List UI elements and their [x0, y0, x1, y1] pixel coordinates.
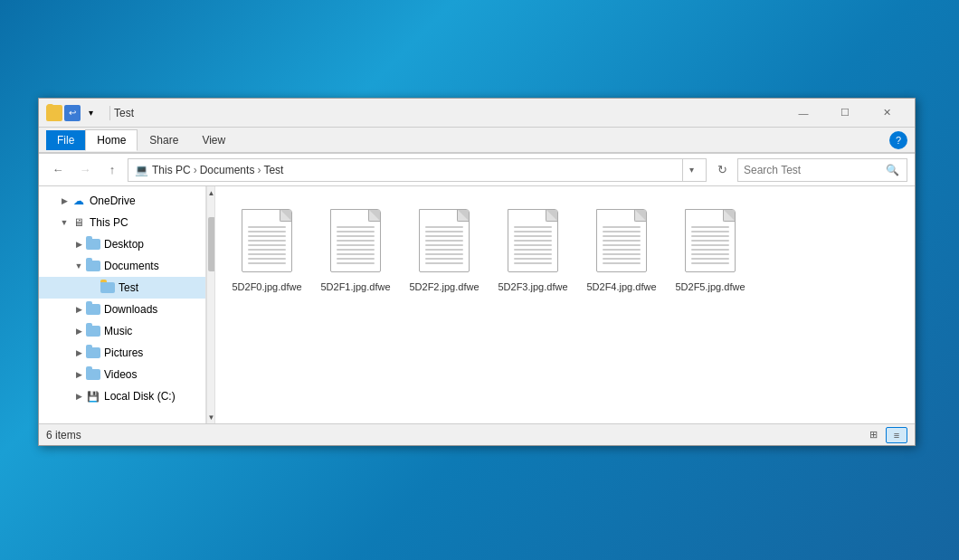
breadcrumb-test[interactable]: Test	[263, 164, 283, 176]
expand-local-disk[interactable]: ▶	[71, 385, 86, 407]
file-item-2[interactable]: 5D2F2.jpg.dfwe	[404, 197, 485, 297]
file-icon-5	[681, 204, 739, 277]
expand-videos[interactable]: ▶	[71, 364, 86, 385]
scroll-down-arrow[interactable]: ▼	[207, 411, 216, 423]
scroll-thumb[interactable]	[208, 217, 215, 271]
breadcrumb-documents[interactable]: Documents	[200, 164, 255, 176]
file-lines-1	[337, 226, 375, 267]
file-line	[337, 235, 375, 237]
file-item-0[interactable]: 5D2F0.jpg.dfwe	[226, 197, 308, 297]
quick-access-btn-2[interactable]: ↩	[64, 105, 81, 121]
navigation-bar: ← → ↑ 💻 This PC › Documents › Test ▾ ↻ 🔍	[39, 154, 915, 186]
tab-share[interactable]: Share	[138, 129, 190, 151]
file-line	[603, 258, 641, 260]
file-line	[603, 231, 641, 233]
sidebar-scrollbar[interactable]: ▲ ▼	[206, 186, 215, 423]
sidebar-label-onedrive: OneDrive	[90, 195, 136, 207]
sidebar-item-test[interactable]: ▶ Test	[39, 277, 205, 299]
breadcrumb-sep-1: ›	[194, 164, 197, 176]
file-line	[603, 240, 641, 242]
expand-downloads[interactable]: ▶	[71, 299, 86, 320]
expand-this-pc[interactable]: ▼	[57, 212, 71, 233]
forward-button[interactable]: →	[73, 158, 97, 182]
drive-icon: 💾	[86, 389, 100, 403]
sidebar-label-this-pc: This PC	[90, 216, 128, 229]
file-item-5[interactable]: 5D2F5.jpg.dfwe	[669, 197, 751, 297]
folder-documents-icon	[86, 259, 100, 273]
sidebar-label-documents: Documents	[104, 260, 159, 272]
file-line	[248, 226, 286, 228]
file-line	[514, 244, 552, 246]
cloud-icon: ☁	[71, 194, 86, 208]
sidebar-item-onedrive[interactable]: ▶ ☁ OneDrive	[39, 190, 205, 212]
file-line	[248, 253, 286, 255]
file-line	[603, 249, 641, 251]
expand-documents[interactable]: ▼	[71, 255, 86, 277]
address-dropdown-button[interactable]: ▾	[682, 158, 700, 182]
search-icon[interactable]: 🔍	[883, 161, 901, 179]
file-item-4[interactable]: 5D2F4.jpg.dfwe	[581, 197, 662, 297]
refresh-button[interactable]: ↻	[710, 158, 734, 182]
details-view-button[interactable]: ≡	[886, 427, 907, 443]
file-lines-4	[603, 226, 641, 267]
search-box[interactable]: 🔍	[737, 158, 907, 182]
quick-access-btn-3[interactable]: ▾	[82, 105, 99, 121]
back-button[interactable]: ←	[46, 158, 70, 182]
expand-pictures[interactable]: ▶	[71, 342, 86, 364]
file-icon-4	[593, 204, 650, 277]
file-fold-5	[724, 210, 735, 221]
file-lines-0	[248, 226, 286, 267]
file-page-5	[685, 209, 736, 272]
pc-icon: 🖥	[71, 215, 86, 230]
file-name-5: 5D2F5.jpg.dfwe	[675, 280, 745, 293]
scroll-up-arrow[interactable]: ▲	[207, 186, 216, 199]
quick-access-btn-1[interactable]	[46, 105, 62, 121]
file-line	[248, 262, 286, 264]
file-line	[248, 231, 286, 233]
sidebar-item-desktop[interactable]: ▶ Desktop	[39, 233, 205, 255]
sidebar-item-local-disk[interactable]: ▶ 💾 Local Disk (C:)	[39, 385, 205, 407]
file-icon-2	[415, 204, 473, 277]
file-icon-1	[327, 204, 385, 277]
up-button[interactable]: ↑	[100, 158, 124, 182]
tab-file[interactable]: File	[46, 130, 85, 150]
file-fold-3	[546, 210, 557, 221]
search-input[interactable]	[744, 164, 883, 176]
file-line	[248, 258, 286, 260]
sidebar-item-this-pc[interactable]: ▼ 🖥 This PC	[39, 212, 205, 233]
file-line	[603, 244, 641, 246]
sidebar-item-downloads[interactable]: ▶ Downloads	[39, 299, 205, 320]
file-line	[691, 253, 729, 255]
sidebar-item-music[interactable]: ▶ Music	[39, 320, 205, 342]
expand-onedrive[interactable]: ▶	[57, 190, 71, 212]
file-page-2	[419, 209, 470, 272]
large-icons-view-button[interactable]: ⊞	[862, 427, 884, 443]
sidebar-item-videos[interactable]: ▶ Videos	[39, 364, 205, 385]
file-fold-0	[280, 210, 291, 221]
file-item-3[interactable]: 5D2F3.jpg.dfwe	[492, 197, 574, 297]
file-line	[514, 258, 552, 260]
file-fold-4	[635, 210, 646, 221]
file-lines-3	[514, 226, 552, 267]
minimize-button[interactable]: —	[783, 99, 824, 128]
help-button[interactable]: ?	[889, 131, 907, 149]
address-bar[interactable]: 💻 This PC › Documents › Test ▾	[128, 158, 707, 182]
scroll-track[interactable]	[207, 199, 215, 411]
file-name-3: 5D2F3.jpg.dfwe	[498, 280, 567, 293]
expand-desktop[interactable]: ▶	[71, 233, 86, 255]
file-fold-1	[369, 210, 380, 221]
file-item-1[interactable]: 5D2F1.jpg.dfwe	[315, 197, 396, 297]
sidebar-item-pictures[interactable]: ▶ Pictures	[39, 342, 205, 364]
tab-home[interactable]: Home	[85, 129, 138, 151]
file-name-2: 5D2F2.jpg.dfwe	[409, 280, 479, 293]
ribbon: File Home Share View ?	[39, 128, 915, 154]
file-line	[691, 231, 729, 233]
maximize-button[interactable]: ☐	[824, 99, 866, 128]
tab-view[interactable]: View	[190, 129, 237, 151]
expand-music[interactable]: ▶	[71, 320, 86, 342]
sidebar-item-documents[interactable]: ▼ Documents	[39, 255, 205, 277]
close-button[interactable]: ✕	[866, 99, 907, 128]
breadcrumb-this-pc[interactable]: This PC	[152, 164, 191, 176]
file-line	[337, 244, 375, 246]
file-line	[337, 240, 375, 242]
